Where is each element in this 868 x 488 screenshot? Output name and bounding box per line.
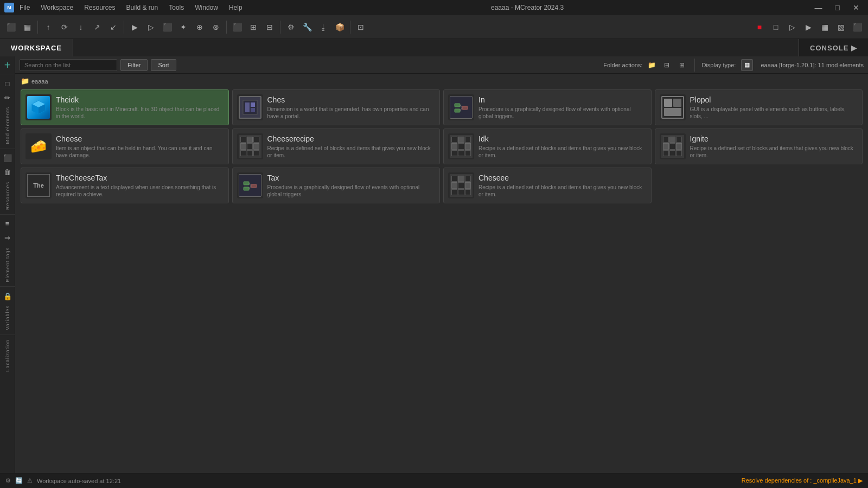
toolbar-btn-1[interactable]: ⬛ (3, 20, 18, 35)
menu-resources[interactable]: Resources (82, 3, 117, 12)
toolbar-btn-16[interactable]: ⊟ (262, 20, 277, 35)
svg-line-17 (249, 186, 251, 189)
maximize-button[interactable]: □ (831, 2, 844, 13)
tile-desc: Recipe is a defined set of blocks and it… (478, 184, 647, 198)
folder-name: eaaaa (31, 78, 48, 85)
tile-item[interactable]: Theidk Block is the basic unit in Minecr… (21, 89, 229, 125)
toolbar-btn-right-6[interactable]: ▧ (833, 20, 848, 35)
status-icon-2: 🔄 (15, 477, 23, 484)
toolbar-btn-right-2[interactable]: □ (768, 20, 783, 35)
tile-icon (448, 94, 474, 120)
tiles-grid: Theidk Block is the basic unit in Minecr… (21, 89, 863, 203)
toolbar: ⬛ ▦ ↑ ⟳ ↓ ↗ ↙ ▶ ▷ ⬛ ✦ ⊕ ⊗ ⬛ ⊞ ⊟ ⚙ 🔧 ⭳ 📦 … (0, 15, 868, 39)
toolbar-btn-18[interactable]: 🔧 (299, 20, 315, 35)
svg-rect-13 (244, 182, 249, 185)
sidebar-icon-tags-2[interactable]: ⇒ (2, 232, 14, 244)
toolbar-btn-20[interactable]: 📦 (332, 20, 347, 35)
tile-icon (660, 133, 686, 159)
toolbar-btn-right-1[interactable]: ■ (752, 20, 767, 35)
sidebar-icon-pen[interactable]: ✏ (2, 92, 14, 104)
tile-item[interactable]: Tax Procedure is a graphically designed … (232, 168, 441, 203)
svg-rect-10 (462, 106, 468, 110)
filter-button[interactable]: Filter (120, 59, 148, 71)
tile-item[interactable]: Plopol GUI is a displayable panel with e… (655, 89, 863, 125)
sidebar-label-element-tags: Element tags (5, 247, 10, 282)
tile-item[interactable]: Cheeserecipe Recipe is a defined set of … (232, 129, 441, 164)
toolbar-btn-14[interactable]: ⬛ (229, 20, 245, 35)
tile-item[interactable]: In Procedure is a graphically designed f… (443, 89, 652, 125)
tile-desc: Advancement is a text displayed when use… (56, 184, 224, 198)
svg-rect-7 (251, 108, 255, 112)
toolbar-btn-21[interactable]: ⊡ (353, 20, 368, 35)
sidebar-section-localization: Localization (0, 335, 15, 376)
toolbar-btn-10[interactable]: ⬛ (159, 20, 175, 35)
sidebar-icon-tags-1[interactable]: ≡ (2, 218, 14, 230)
tile-name: Tax (267, 174, 436, 182)
toolbar-separator-3 (226, 21, 227, 34)
tile-name: Idk (478, 134, 647, 143)
toolbar-btn-3[interactable]: ↑ (41, 20, 56, 35)
tile-icon (660, 94, 686, 120)
tile-item[interactable]: Cheseee Recipe is a defined set of block… (443, 168, 652, 203)
toolbar-btn-right-4[interactable]: ▶ (801, 20, 816, 35)
tile-item[interactable]: Idk Recipe is a defined set of blocks an… (443, 129, 652, 164)
sidebar-icon-variables[interactable]: 🔒 (2, 290, 14, 302)
svg-line-16 (249, 183, 251, 186)
toolbar-btn-13[interactable]: ⊗ (208, 20, 224, 35)
toolbar-btn-9[interactable]: ▷ (143, 20, 158, 35)
toolbar-btn-7[interactable]: ↙ (106, 20, 121, 35)
toolbar-btn-11[interactable]: ✦ (176, 20, 191, 35)
search-input[interactable] (20, 59, 117, 71)
svg-rect-14 (244, 187, 249, 190)
toolbar-btn-4[interactable]: ⟳ (57, 20, 72, 35)
svg-line-12 (460, 108, 462, 111)
toolbar-btn-12[interactable]: ⊕ (192, 20, 207, 35)
toolbar-separator-5 (350, 21, 350, 34)
add-element-button[interactable]: + (1, 59, 14, 72)
console-tab[interactable]: CONSOLE ▶ (799, 39, 868, 56)
tile-item[interactable]: The TheCheeseTax Advancement is a text d… (21, 168, 229, 203)
sidebar-icon-resources-1[interactable]: ⬛ (2, 152, 14, 164)
sidebar-icon-block[interactable]: □ (2, 78, 14, 89)
tile-item[interactable]: 🧀 Cheese Item is an object that can be h… (21, 129, 229, 164)
folder-action-collapse[interactable]: ⊟ (661, 59, 673, 71)
tile-name: Theidk (56, 95, 224, 104)
svg-rect-8 (455, 104, 460, 107)
menu-window[interactable]: Window (193, 3, 220, 12)
close-button[interactable]: ✕ (848, 2, 864, 13)
mod-info: eaaaa [forge-1.20.1]: 11 mod elements (761, 62, 864, 68)
tile-item[interactable]: Ignite Recipe is a defined set of blocks… (655, 129, 863, 164)
toolbar-btn-8[interactable]: ▶ (127, 20, 142, 35)
folder-header: 📁 eaaaa (21, 77, 863, 85)
tile-icon (25, 94, 52, 120)
toolbar-btn-19[interactable]: ⭳ (316, 20, 331, 35)
folder-action-expand[interactable]: ⊞ (676, 59, 688, 71)
filter-sep (694, 59, 695, 72)
sidebar-icon-resources-2[interactable]: 🗑 (2, 166, 14, 178)
tile-icon (237, 133, 263, 159)
toolbar-btn-right-3[interactable]: ▷ (784, 20, 800, 35)
menu-tools[interactable]: Tools (167, 3, 186, 12)
svg-line-11 (460, 105, 462, 108)
toolbar-btn-5[interactable]: ↓ (73, 20, 88, 35)
titlebar-left: M File Workspace Resources Build & run T… (4, 3, 245, 12)
statusbar: ⚙ 🔄 ⚠ Workspace auto-saved at 12:21 Reso… (0, 473, 868, 488)
sort-button[interactable]: Sort (151, 59, 176, 71)
toolbar-btn-6[interactable]: ↗ (90, 20, 105, 35)
menu-build[interactable]: Build & run (124, 3, 161, 12)
tile-item[interactable]: Ches Dimension is a world that is genera… (232, 89, 441, 125)
toolbar-btn-right-7[interactable]: ⬛ (850, 20, 865, 35)
toolbar-btn-right-5[interactable]: ▦ (817, 20, 832, 35)
menu-file[interactable]: File (17, 3, 32, 12)
toolbar-btn-2[interactable]: ▦ (20, 20, 35, 35)
minimize-button[interactable]: — (810, 2, 827, 13)
folder-action-new[interactable]: 📁 (646, 59, 658, 71)
toolbar-btn-15[interactable]: ⊞ (246, 20, 261, 35)
menu-workspace[interactable]: Workspace (39, 3, 75, 12)
toolbar-btn-17[interactable]: ⚙ (283, 20, 298, 35)
window-controls: — □ ✕ (810, 2, 864, 13)
workspace-tab[interactable]: WORKSPACE (0, 39, 73, 56)
display-type-tiles[interactable]: ▦ (741, 59, 753, 71)
tile-name: Cheeserecipe (267, 134, 436, 143)
menu-help[interactable]: Help (227, 3, 245, 12)
